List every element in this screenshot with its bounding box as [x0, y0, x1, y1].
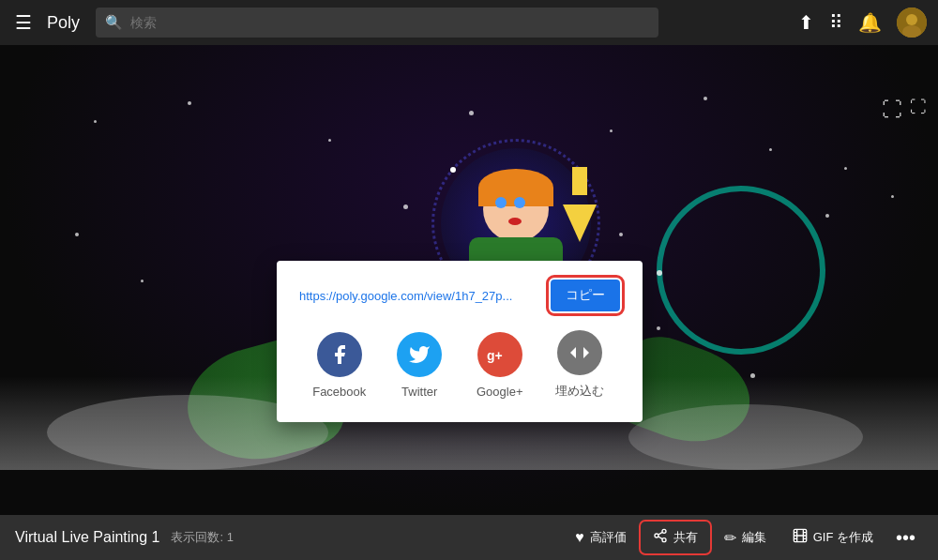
svg-point-5: [655, 534, 658, 537]
menu-icon[interactable]: ☰: [11, 8, 36, 38]
gif-icon: [793, 528, 808, 547]
search-bar: 🔍: [96, 8, 658, 38]
more-button[interactable]: •••: [888, 523, 923, 552]
twitter-share[interactable]: Twitter: [386, 332, 452, 399]
twitter-icon: [397, 332, 442, 377]
artwork-title: Virtual Live Painting 1: [15, 529, 159, 546]
bottom-bar: Virtual Live Painting 1 表示回数: 1 ♥ 高評価 共有…: [0, 515, 938, 560]
gif-label: GIF を作成: [813, 529, 873, 546]
avatar[interactable]: [897, 8, 927, 38]
like-icon: ♥: [575, 529, 584, 546]
svg-line-8: [658, 532, 662, 535]
edit-icon: ✏: [724, 529, 736, 547]
googleplus-share[interactable]: g+ Google+: [467, 332, 533, 399]
googleplus-icon: g+: [477, 332, 522, 377]
bell-icon[interactable]: 🔔: [858, 11, 882, 34]
app-title: Poly: [47, 13, 84, 33]
more-icon: •••: [896, 527, 915, 549]
canvas-area: ⛶ ⛶ https://poly.google.com/view/1h7_27p…: [0, 45, 938, 515]
share-label: 共有: [673, 529, 698, 546]
url-row: https://poly.google.com/view/1h7_27p... …: [299, 280, 620, 311]
share-popup: https://poly.google.com/view/1h7_27p... …: [277, 261, 643, 422]
googleplus-label: Google+: [477, 385, 523, 399]
header: ☰ Poly 🔍 ⬆ ⠿ 🔔: [0, 0, 938, 45]
facebook-share[interactable]: Facebook: [307, 332, 372, 399]
svg-point-4: [662, 529, 666, 533]
copy-button[interactable]: コピー: [551, 280, 620, 311]
twitter-label: Twitter: [401, 385, 437, 399]
view-count: 表示回数: 1: [171, 529, 233, 546]
edit-button[interactable]: ✏ 編集: [713, 523, 778, 552]
edit-label: 編集: [742, 529, 766, 546]
embed-share[interactable]: 埋め込む: [547, 330, 613, 400]
social-row: Facebook Twitter g+ Google+: [299, 330, 620, 400]
like-label: 高評価: [590, 529, 627, 546]
grid-icon[interactable]: ⠿: [829, 11, 843, 34]
share-icon: [653, 528, 668, 547]
svg-point-1: [906, 14, 917, 25]
like-button[interactable]: ♥ 高評価: [564, 523, 638, 552]
fullscreen-icon[interactable]: ⛶: [910, 98, 927, 122]
svg-line-7: [658, 537, 662, 539]
url-text: https://poly.google.com/view/1h7_27p...: [299, 289, 543, 303]
header-right: ⬆ ⠿ 🔔: [798, 8, 927, 38]
move-icon[interactable]: ⛶: [882, 98, 902, 122]
svg-text:g+: g+: [487, 348, 503, 363]
share-button[interactable]: 共有: [642, 522, 709, 552]
facebook-label: Facebook: [312, 385, 366, 399]
search-icon: 🔍: [105, 14, 123, 31]
facebook-icon: [317, 332, 362, 377]
canvas-controls: ⛶ ⛶: [882, 98, 927, 122]
bottom-actions: ♥ 高評価 共有 ✏ 編集: [564, 522, 923, 552]
embed-label: 埋め込む: [555, 383, 604, 400]
embed-icon: [557, 330, 602, 375]
upload-icon[interactable]: ⬆: [798, 11, 814, 34]
gif-button[interactable]: GIF を作成: [781, 522, 885, 552]
svg-point-6: [662, 538, 666, 542]
search-input[interactable]: [130, 15, 649, 30]
